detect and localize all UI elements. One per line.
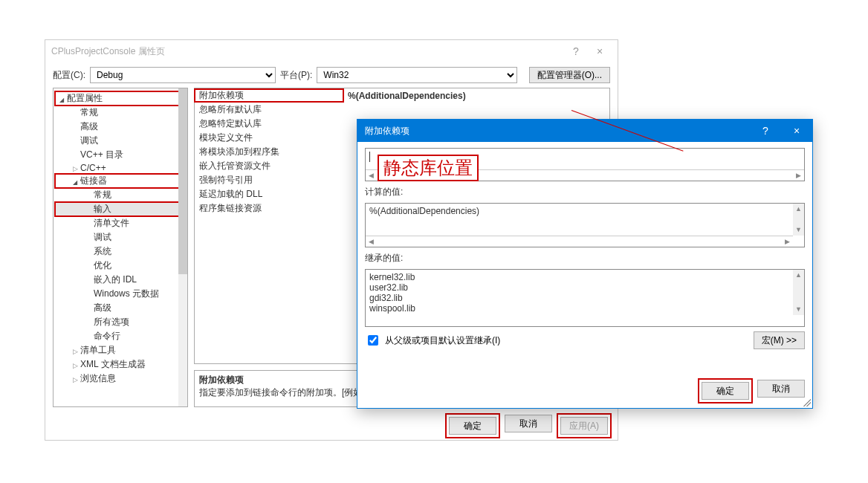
tree-item[interactable]: C/C++	[55, 162, 186, 174]
edit-cancel-button[interactable]: 取消	[757, 380, 805, 398]
tree-item[interactable]: 嵌入的 IDL	[55, 273, 186, 287]
tree-item-label: 优化	[94, 259, 111, 272]
property-name: 模块定义文件	[195, 132, 343, 144]
titlebar: CPlusProjectConsole 属性页 ? ×	[45, 40, 618, 62]
tree-item[interactable]: VC++ 目录	[55, 148, 186, 162]
tree-view[interactable]: 配置属性常规高级调试VC++ 目录C/C++链接器常规输入清单文件调试系统优化嵌…	[53, 88, 188, 407]
inherit-row: 从父级或项目默认设置继承(I) 宏(M) >>	[365, 331, 805, 349]
tree-item-label: 所有选项	[94, 316, 129, 328]
expand-closed-icon[interactable]	[71, 163, 79, 173]
text-caret	[369, 152, 370, 162]
tree-item[interactable]: 清单工具	[55, 343, 186, 357]
scrollbar-thumb[interactable]	[178, 88, 187, 274]
computed-label: 计算的值:	[365, 186, 805, 198]
property-name: 忽略所有默认库	[195, 103, 343, 116]
property-name: 附加依赖项	[195, 89, 343, 102]
tree-item-label: 常规	[94, 189, 111, 201]
close-button[interactable]: ×	[588, 45, 612, 57]
macro-button[interactable]: 宏(M) >>	[754, 331, 805, 349]
tree-item-label: XML 文档生成器	[80, 358, 146, 371]
property-name: 嵌入托管资源文件	[195, 160, 343, 172]
tree-item-label: 调试	[80, 134, 98, 147]
tree-item-label: 系统	[94, 245, 111, 258]
computed-value-box: %(AdditionalDependencies) ▲▼ ◀▶	[365, 203, 805, 247]
config-manager-button[interactable]: 配置管理器(O)...	[529, 67, 610, 83]
inherited-label: 继承的值:	[365, 252, 805, 265]
inherit-checkbox[interactable]	[368, 335, 378, 346]
expand-closed-icon[interactable]	[71, 346, 79, 356]
tree-item-label: 高级	[94, 302, 111, 314]
inherited-values-box: kernel32.libuser32.libgdi32.libwinspool.…	[365, 269, 805, 327]
tree-item-label: 输入	[94, 203, 111, 215]
help-button[interactable]: ?	[564, 45, 588, 57]
tree-item-label: 常规	[80, 106, 98, 119]
tree-item-label: 命令行	[94, 330, 120, 343]
property-name: 程序集链接资源	[195, 202, 343, 215]
tree-item[interactable]: 常规	[55, 106, 186, 120]
tree-item[interactable]: 常规	[55, 188, 186, 202]
property-name: 将模块添加到程序集	[195, 146, 343, 158]
tree-item-label: 清单工具	[80, 344, 116, 357]
tree-item-label: 链接器	[80, 175, 107, 187]
platform-select[interactable]: Win32	[317, 67, 517, 83]
edit-ok-button[interactable]: 确定	[702, 382, 749, 400]
tree-item[interactable]: 链接器	[55, 174, 186, 188]
config-row: 配置(C): Debug 平台(P): Win32 配置管理器(O)...	[45, 62, 618, 88]
property-row[interactable]: 附加依赖项%(AdditionalDependencies)	[195, 88, 609, 103]
tree-item-label: 清单文件	[94, 217, 129, 230]
tree-item-label: 嵌入的 IDL	[94, 273, 137, 286]
tree-item[interactable]: 输入	[55, 202, 186, 216]
tree-item[interactable]: 调试	[55, 134, 186, 148]
tree-item[interactable]: 命令行	[55, 329, 186, 343]
tree-item-label: 浏览信息	[80, 372, 116, 385]
property-name: 延迟加载的 DLL	[195, 188, 343, 201]
property-name: 忽略特定默认库	[195, 117, 343, 130]
property-row[interactable]: 忽略所有默认库	[195, 103, 609, 117]
apply-button[interactable]: 应用(A)	[560, 417, 608, 435]
tree-item[interactable]: 调试	[55, 230, 186, 244]
inherited-value: winspool.lib	[369, 303, 800, 314]
tree-item-label: 配置属性	[67, 92, 103, 105]
edit-help-button[interactable]: ?	[750, 120, 781, 142]
expand-closed-icon[interactable]	[71, 360, 79, 370]
tree-item[interactable]: 系统	[55, 244, 186, 259]
computed-hscroll[interactable]: ◀▶	[366, 236, 793, 247]
inherited-value: kernel32.lib	[369, 272, 800, 282]
edit-titlebar: 附加依赖项 ? ×	[357, 120, 812, 142]
cancel-button[interactable]: 取消	[505, 415, 552, 432]
tree-item-label: VC++ 目录	[80, 149, 123, 161]
tree-item[interactable]: 配置属性	[55, 91, 186, 106]
edit-body: ◀▶ 计算的值: %(AdditionalDependencies) ▲▼ ◀▶…	[357, 142, 812, 408]
config-select[interactable]: Debug	[90, 67, 276, 83]
tree-item[interactable]: 优化	[55, 259, 186, 273]
edit-dialog-title: 附加依赖项	[365, 125, 750, 137]
window-title: CPlusProjectConsole 属性页	[51, 45, 564, 58]
inherited-value: gdi32.lib	[369, 293, 800, 303]
tree-item-label: 高级	[80, 120, 98, 133]
tree-item[interactable]: Windows 元数据	[55, 287, 186, 301]
tree-scrollbar[interactable]	[178, 88, 187, 406]
resize-grip[interactable]	[803, 399, 811, 406]
expand-open-icon[interactable]	[58, 94, 65, 104]
inherited-value: user32.lib	[369, 282, 800, 293]
tree-item[interactable]: 清单文件	[55, 216, 186, 230]
annotation-label: 静态库位置	[379, 156, 477, 180]
tree-item[interactable]: 高级	[55, 120, 186, 134]
computed-vscroll[interactable]: ▲▼	[793, 204, 804, 236]
property-name: 强制符号引用	[195, 174, 343, 187]
ok-button[interactable]: 确定	[449, 417, 496, 435]
tree-item-label: Windows 元数据	[94, 288, 159, 300]
expand-closed-icon[interactable]	[71, 374, 79, 384]
tree-item-label: C/C++	[80, 163, 106, 173]
edit-buttons: 确定 取消	[365, 380, 805, 402]
inherited-vscroll[interactable]: ▲▼	[793, 270, 804, 315]
property-value[interactable]: %(AdditionalDependencies)	[343, 91, 609, 101]
tree-item[interactable]: XML 文档生成器	[55, 357, 186, 372]
tree-item[interactable]: 浏览信息	[55, 372, 186, 386]
inherit-checkbox-label: 从父级或项目默认设置继承(I)	[385, 334, 500, 347]
platform-label: 平台(P):	[280, 69, 312, 82]
edit-close-button[interactable]: ×	[781, 120, 812, 142]
tree-item[interactable]: 高级	[55, 301, 186, 315]
tree-item[interactable]: 所有选项	[55, 315, 186, 329]
expand-open-icon[interactable]	[71, 176, 79, 187]
